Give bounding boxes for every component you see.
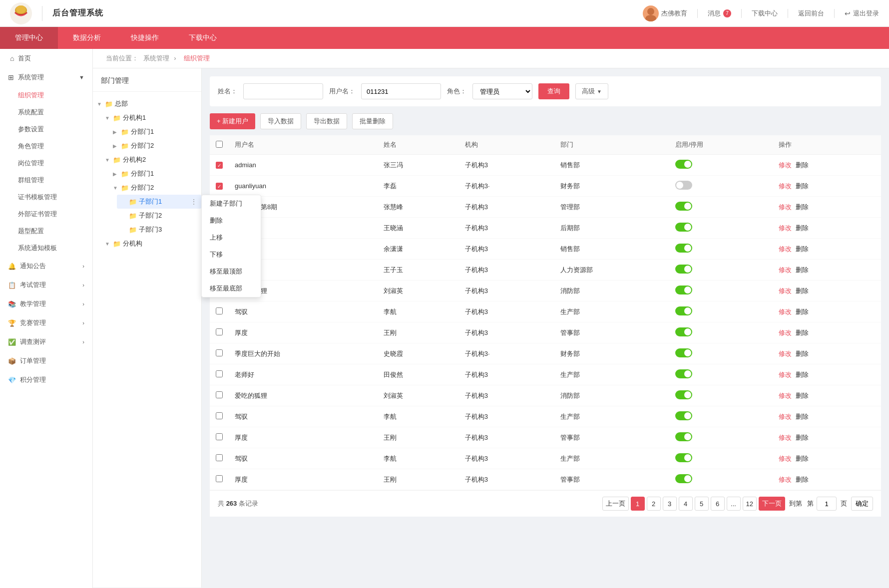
toggle-on[interactable] <box>675 474 692 483</box>
username-input[interactable] <box>361 83 441 99</box>
nav-item-download[interactable]: 下载中心 <box>174 27 232 49</box>
page-btn-6[interactable]: 6 <box>711 497 725 511</box>
toggle-off[interactable] <box>675 181 692 190</box>
page-btn-12[interactable]: 12 <box>743 497 757 511</box>
sidebar-item-notice[interactable]: 🔔 通知公告 › <box>0 257 92 276</box>
checkbox-checked[interactable] <box>216 162 223 169</box>
sidebar-item-groups[interactable]: 群组管理 <box>10 172 92 189</box>
more-icon[interactable]: ⋮ <box>190 198 197 206</box>
delete-link[interactable]: 删除 <box>796 182 809 190</box>
sidebar-item-params[interactable]: 参数设置 <box>10 121 92 138</box>
delete-link[interactable]: 删除 <box>796 203 809 211</box>
tree-label-sub2-1[interactable]: ▶ 📁 分部门1 <box>109 167 201 181</box>
edit-link[interactable]: 修改 <box>779 350 792 357</box>
toggle-on[interactable] <box>675 286 692 294</box>
ctx-delete[interactable]: 删除 <box>202 212 261 229</box>
delete-link[interactable]: 删除 <box>796 308 809 315</box>
page-btn-4[interactable]: 4 <box>679 497 693 511</box>
sidebar-item-ext-cert[interactable]: 外部证书管理 <box>10 206 92 223</box>
page-confirm-btn[interactable]: 确定 <box>851 497 873 511</box>
query-button[interactable]: 查询 <box>538 83 569 99</box>
checkbox-checked[interactable] <box>216 183 223 190</box>
toggle-on[interactable] <box>675 432 692 441</box>
tree-label-child2[interactable]: 📁 子部门2 <box>117 209 201 223</box>
edit-link[interactable]: 修改 <box>779 308 792 315</box>
checkbox-unchecked[interactable] <box>216 307 223 314</box>
toggle-on[interactable] <box>675 390 692 399</box>
checkbox-unchecked[interactable] <box>216 328 223 335</box>
delete-link[interactable]: 删除 <box>796 413 809 420</box>
breadcrumb-system[interactable]: 系统管理 <box>143 54 169 62</box>
page-btn-1[interactable]: 1 <box>631 497 645 511</box>
edit-link[interactable]: 修改 <box>779 245 792 253</box>
toggle-on[interactable] <box>675 244 692 253</box>
import-button[interactable]: 导入数据 <box>260 113 301 129</box>
edit-link[interactable]: 修改 <box>779 371 792 378</box>
nav-item-data[interactable]: 数据分析 <box>58 27 116 49</box>
user-info[interactable]: 杰佛教育 <box>643 5 687 21</box>
return-front-link[interactable]: 返回前台 <box>798 9 824 18</box>
edit-link[interactable]: 修改 <box>779 287 792 294</box>
sidebar-item-org[interactable]: 组织管理 <box>10 87 92 104</box>
select-all-checkbox[interactable] <box>216 141 223 148</box>
nav-item-quick[interactable]: 快捷操作 <box>116 27 174 49</box>
page-btn-2[interactable]: 2 <box>647 497 661 511</box>
edit-link[interactable]: 修改 <box>779 203 792 211</box>
toggle-on[interactable] <box>675 202 692 211</box>
new-user-button[interactable]: + 新建用户 <box>210 113 255 129</box>
edit-link[interactable]: 修改 <box>779 161 792 169</box>
tree-label-root[interactable]: ▼ 📁 总部 <box>93 97 201 111</box>
goto-input[interactable] <box>817 497 837 511</box>
sidebar-item-points[interactable]: 💎 积分管理 <box>0 370 92 389</box>
toggle-on[interactable] <box>675 306 692 315</box>
edit-link[interactable]: 修改 <box>779 182 792 190</box>
sidebar-item-sysconfig[interactable]: 系统配置 <box>10 104 92 121</box>
page-btn-3[interactable]: 3 <box>663 497 677 511</box>
sidebar-item-notify-tpl[interactable]: 系统通知模板 <box>10 240 92 257</box>
checkbox-unchecked[interactable] <box>216 349 223 356</box>
sidebar-item-home[interactable]: ⌂ 首页 <box>0 49 92 68</box>
sidebar-item-teaching[interactable]: 📚 教学管理 › <box>0 294 92 313</box>
checkbox-unchecked[interactable] <box>216 475 223 482</box>
checkbox-unchecked[interactable] <box>216 391 223 398</box>
delete-link[interactable]: 删除 <box>796 329 809 336</box>
edit-link[interactable]: 修改 <box>779 413 792 420</box>
checkbox-unchecked[interactable] <box>216 370 223 377</box>
delete-link[interactable]: 删除 <box>796 266 809 274</box>
sidebar-item-survey[interactable]: ✅ 调查测评 › <box>0 332 92 351</box>
sidebar-item-competition[interactable]: 🏆 竞赛管理 › <box>0 313 92 332</box>
delete-link[interactable]: 删除 <box>796 392 809 399</box>
delete-link[interactable]: 删除 <box>796 287 809 294</box>
toggle-on[interactable] <box>675 369 692 378</box>
download-center-link[interactable]: 下载中心 <box>752 9 778 18</box>
delete-link[interactable]: 删除 <box>796 371 809 378</box>
delete-link[interactable]: 删除 <box>796 476 809 483</box>
tree-label-branch1[interactable]: ▼ 📁 分机构1 <box>101 111 201 125</box>
ctx-new-sub[interactable]: 新建子部门 <box>202 195 261 212</box>
tree-label-branch3[interactable]: ▼ 📁 分机构 <box>101 237 201 251</box>
edit-link[interactable]: 修改 <box>779 476 792 483</box>
ctx-move-bottom[interactable]: 移至最底部 <box>202 280 261 297</box>
ctx-move-down[interactable]: 下移 <box>202 246 261 263</box>
tree-label-branch2[interactable]: ▼ 📁 分机构2 <box>101 153 201 167</box>
checkbox-unchecked[interactable] <box>216 454 223 461</box>
next-page-btn[interactable]: 下一页 <box>759 497 785 511</box>
sidebar-item-posts[interactable]: 岗位管理 <box>10 155 92 172</box>
checkbox-unchecked[interactable] <box>216 412 223 419</box>
edit-link[interactable]: 修改 <box>779 266 792 274</box>
toggle-on[interactable] <box>675 265 692 274</box>
edit-link[interactable]: 修改 <box>779 455 792 462</box>
sidebar-item-cert-tpl[interactable]: 证书模板管理 <box>10 189 92 206</box>
edit-link[interactable]: 修改 <box>779 224 792 232</box>
messages-link[interactable]: 消息 7 <box>708 9 731 18</box>
sidebar-item-exam[interactable]: 📋 考试管理 › <box>0 276 92 294</box>
toggle-on[interactable] <box>675 223 692 232</box>
nav-item-mgmt[interactable]: 管理中心 <box>0 27 58 49</box>
edit-link[interactable]: 修改 <box>779 329 792 336</box>
toggle-on[interactable] <box>675 348 692 357</box>
ctx-move-top[interactable]: 移至最顶部 <box>202 263 261 280</box>
sidebar-item-question[interactable]: 题型配置 <box>10 223 92 240</box>
tree-label-sub2-2[interactable]: ▼ 📁 分部门2 <box>109 181 201 195</box>
edit-link[interactable]: 修改 <box>779 434 792 441</box>
tree-label-child1[interactable]: 📁 子部门1 ⋮ <box>117 195 201 209</box>
